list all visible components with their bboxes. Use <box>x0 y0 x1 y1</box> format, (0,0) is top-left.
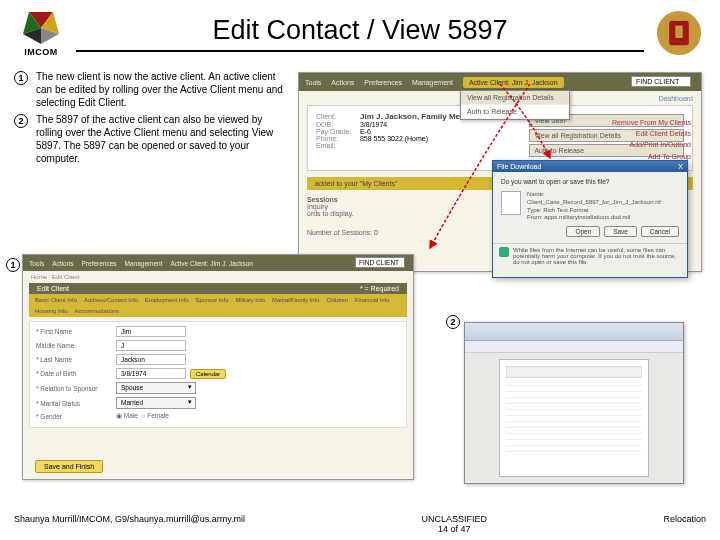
slide-content: 1 The new client is now the active clien… <box>0 60 720 500</box>
phone-label: Phone: <box>316 135 358 142</box>
footer-topic: Relocation <box>663 514 706 534</box>
step-1-marker: 1 <box>14 71 28 85</box>
tab-address[interactable]: Address/Contact Info <box>82 296 140 304</box>
edit-client-link[interactable]: Edit Client Details <box>612 128 691 139</box>
step-2-text: The 5897 of the active client can also b… <box>36 113 286 165</box>
middle-name-label: Middle Name <box>36 342 116 349</box>
edit-nav-management[interactable]: Management <box>125 260 163 267</box>
svg-rect-8 <box>675 26 682 38</box>
tab-sponsor[interactable]: Sponsor Info <box>194 296 231 304</box>
nav-management[interactable]: Management <box>412 79 453 86</box>
tab-housing[interactable]: Housing Info <box>33 307 70 315</box>
dialog-warning: While files from the Internet can be use… <box>493 243 687 268</box>
open-button[interactable]: Open <box>566 226 600 237</box>
dashboard-link[interactable]: Dashboard <box>659 95 693 102</box>
tab-marital[interactable]: Marital/Family Info <box>270 296 321 304</box>
active-client-dropdown: View all Registration Details Auth to Re… <box>460 90 570 120</box>
calendar-button[interactable]: Calendar <box>190 369 226 379</box>
nav-preferences[interactable]: Preferences <box>364 79 402 86</box>
paygrade-label: Pay Grade: <box>316 128 358 135</box>
slide-header: IMCOM Edit Contact / View 5897 <box>0 0 720 60</box>
first-name-label: * First Name <box>36 328 116 335</box>
gender-radios[interactable]: ◉ Male ○ Female <box>116 412 169 420</box>
dropdown-auth[interactable]: Auth to Release <box>461 105 569 119</box>
doc-toolbar2 <box>465 341 683 353</box>
imcom-logo: IMCOM <box>14 6 68 60</box>
slide-footer: Shaunya Murrill/IMCOM, G9/shaunya.murril… <box>0 514 720 534</box>
edit-find-client[interactable]: FIND CLIENT <box>355 257 405 268</box>
dob-value: 3/8/1974 <box>360 121 387 128</box>
dialog-question: Do you want to open or save this file? <box>501 178 679 185</box>
footer-classification: UNCLASSIFIED <box>421 514 487 524</box>
edit-form: * First Name Jim Middle Name J * Last Na… <box>29 321 407 428</box>
step-1-text: The new client is now the active client.… <box>36 70 286 109</box>
footer-page: 14 of 47 <box>421 524 487 534</box>
footer-author: Shaunya Murrill/IMCOM, G9/shaunya.murril… <box>14 514 245 534</box>
edit-nav-tools[interactable]: Tools <box>29 260 44 267</box>
screenshot-edit-client: Tools Actions Preferences Management Act… <box>22 254 414 480</box>
edit-nav-active[interactable]: Active Client: Jim J. Jackson <box>171 260 253 267</box>
marital-label: * Marital Status <box>36 400 116 407</box>
banner-text: added to your "My Clients" <box>315 180 397 187</box>
army-crest <box>652 6 706 60</box>
callout-2: 2 <box>446 315 460 329</box>
first-name-input[interactable]: Jim <box>116 326 186 337</box>
tab-children[interactable]: Children <box>324 296 350 304</box>
screenshot-5897-document <box>464 322 684 484</box>
relation-select[interactable]: Spouse <box>116 382 196 394</box>
cancel-button[interactable]: Cancel <box>641 226 679 237</box>
marital-select[interactable]: Married <box>116 397 196 409</box>
tab-financial[interactable]: Financial Info <box>353 296 391 304</box>
edit-nav-actions[interactable]: Actions <box>52 260 73 267</box>
paygrade-value: E-6 <box>360 128 371 135</box>
nav-active-client[interactable]: Active Client: Jim J. Jackson <box>463 77 564 88</box>
doc-page <box>499 359 649 477</box>
find-client-input[interactable]: FIND CLIENT <box>631 76 691 87</box>
file-icon <box>501 191 521 215</box>
email-label: Email: <box>316 142 358 149</box>
phone-value: 858 555 3022 (Home) <box>360 135 428 142</box>
nav-actions[interactable]: Actions <box>331 79 354 86</box>
file-info: Name: Client_Case_Record_5897_for_Jim_J_… <box>527 191 679 222</box>
dialog-titlebar: File Download X <box>493 161 687 172</box>
client-label: Client: <box>316 113 358 120</box>
tab-basic[interactable]: Basic Client Info <box>33 296 79 304</box>
remove-client-link[interactable]: Remove From My Clients <box>612 117 691 128</box>
shield-icon <box>499 247 509 257</box>
slide-title: Edit Contact / View 5897 <box>76 15 644 52</box>
step-1: 1 The new client is now the active clien… <box>14 70 294 109</box>
last-name-label: * Last Name <box>36 356 116 363</box>
last-name-input[interactable]: Jackson <box>116 354 186 365</box>
dropdown-view-reg[interactable]: View all Registration Details <box>461 91 569 105</box>
tab-military[interactable]: Military Info <box>233 296 267 304</box>
dob-label: DOB: <box>316 121 358 128</box>
dialog-title: File Download <box>497 163 541 170</box>
edit-nav-preferences[interactable]: Preferences <box>82 260 117 267</box>
instructions: 1 The new client is now the active clien… <box>14 70 294 165</box>
breadcrumb: Home · Edit Client <box>23 271 413 283</box>
gender-label: * Gender <box>36 413 116 420</box>
callout-1: 1 <box>6 258 20 272</box>
tab-employment[interactable]: Employment Info <box>143 296 191 304</box>
nav-tools[interactable]: Tools <box>305 79 321 86</box>
doc-toolbar <box>465 323 683 341</box>
edit-section-title: Edit Client * = Required <box>29 283 407 294</box>
footer-center: UNCLASSIFIED 14 of 47 <box>421 514 487 534</box>
dob-input[interactable]: 3/8/1974 <box>116 368 186 379</box>
imcom-logo-text: IMCOM <box>24 47 58 57</box>
middle-name-input[interactable]: J <box>116 340 186 351</box>
relation-label: * Relation to Sponsor <box>36 385 116 392</box>
save-button[interactable]: Save <box>604 226 637 237</box>
dob-label2: * Date of Birth <box>36 370 116 377</box>
edit-tabs: Basic Client Info Address/Contact Info E… <box>29 294 407 317</box>
save-finish-button[interactable]: Save and Finish <box>35 460 103 473</box>
step-2: 2 The 5897 of the active client can also… <box>14 113 294 165</box>
dialog-close[interactable]: X <box>678 163 683 170</box>
warning-text: While files from the Internet can be use… <box>513 247 681 265</box>
add-print-link[interactable]: Add/Print In/Outbnd <box>612 139 691 150</box>
tab-accom[interactable]: Accommodations <box>73 307 121 315</box>
file-download-dialog: File Download X Do you want to open or s… <box>492 160 688 278</box>
sidebar-links: Remove From My Clients Edit Client Detai… <box>612 117 691 162</box>
step-2-marker: 2 <box>14 114 28 128</box>
